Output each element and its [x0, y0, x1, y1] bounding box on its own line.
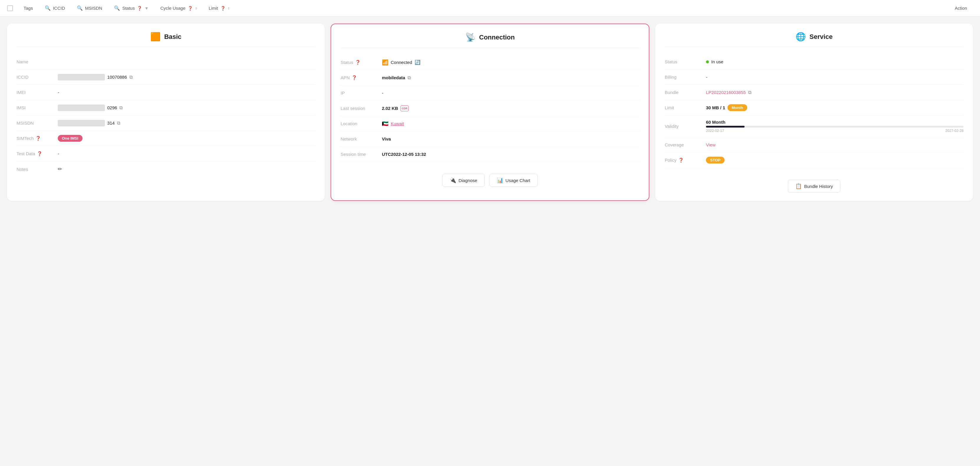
iccid-label: ICCID	[53, 6, 65, 11]
imei-label: IMEI	[16, 90, 58, 95]
iccid-value: 10070886 ⧉	[58, 74, 315, 80]
limit-sort-icon[interactable]: ↕	[228, 6, 229, 10]
validity-end-date: 2027-02-28	[945, 129, 964, 133]
msisdn-label: MSISDN	[85, 6, 102, 11]
session-time-value: UTC2022-12-05 13:32	[382, 152, 640, 157]
iccid-mask-bar	[58, 74, 105, 80]
iccid-search-icon[interactable]: 🔍	[45, 5, 51, 11]
last-session-label: Last session	[340, 106, 382, 111]
msisdn-search-icon[interactable]: 🔍	[77, 5, 83, 11]
svc-status-label: Status	[665, 59, 706, 64]
test-data-help-icon[interactable]: ❓	[37, 151, 43, 156]
header-iccid: 🔍 ICCID	[39, 5, 71, 11]
service-card-header: 🌐 Service	[665, 32, 964, 47]
limit-help-icon[interactable]: ❓	[220, 6, 225, 11]
kuwait-flag-icon: 🇰🇼	[382, 121, 388, 127]
bundle-field-row: Bundle LP20220216003855 ⧉	[665, 85, 964, 100]
bundle-history-label: Bundle History	[804, 184, 833, 189]
status-search-icon[interactable]: 🔍	[114, 5, 120, 11]
validity-start-date: 2022-02-17	[706, 129, 724, 133]
msisdn-suffix: 314	[107, 121, 115, 126]
name-field-row: Name	[16, 54, 315, 70]
last-session-field-row: Last session 2.02 KB CDR	[340, 101, 640, 116]
apn-text: mobiledata	[382, 75, 405, 80]
test-data-value: -	[58, 151, 315, 156]
connection-buttons: 🔌 Diagnose 📊 Usage Chart	[340, 169, 640, 187]
cycle-usage-help-icon[interactable]: ❓	[188, 6, 193, 11]
apn-help-icon[interactable]: ❓	[352, 75, 357, 80]
notes-label: Notes	[16, 167, 58, 172]
apn-copy-icon[interactable]: ⧉	[407, 75, 411, 80]
billing-value: -	[706, 75, 964, 80]
test-data-field-row: Test Data ❓ -	[16, 146, 315, 161]
simtech-field-row: SIMTech ❓ One IMSI	[16, 131, 315, 146]
header-bar: Tags 🔍 ICCID 🔍 MSISDN 🔍 Status ❓ ▼ Cycle…	[0, 0, 980, 16]
header-status: 🔍 Status ❓ ▼	[108, 5, 154, 11]
connection-icon: 📡	[465, 32, 476, 42]
billing-field-row: Billing -	[665, 70, 964, 85]
bundle-link[interactable]: LP20220216003855	[706, 90, 746, 95]
imsi-suffix: 0296	[107, 105, 117, 110]
location-field-row: Location 🇰🇼 Kuwait	[340, 116, 640, 131]
diagnose-button[interactable]: 🔌 Diagnose	[442, 174, 484, 187]
conn-status-label: Status ❓	[340, 60, 382, 65]
bundle-history-button[interactable]: 📋 Bundle History	[788, 180, 840, 192]
last-session-text: 2.02 KB	[382, 106, 398, 111]
imsi-label: IMSI	[16, 105, 58, 110]
conn-status-text: Connected	[391, 60, 412, 65]
coverage-value: View	[706, 142, 964, 147]
svc-status-text: In use	[711, 59, 723, 64]
validity-progress-fill	[706, 126, 745, 127]
status-filter-icon[interactable]: ▼	[145, 6, 148, 11]
main-content: 🟧 Basic Name ICCID 10070886 ⧉ IMEI -	[0, 16, 980, 208]
apn-field-row: APN ❓ mobiledata ⧉	[340, 70, 640, 86]
status-label: Status	[122, 6, 135, 11]
in-use-dot	[706, 60, 709, 63]
notes-edit-icon[interactable]: ✏	[58, 166, 62, 172]
select-all-checkbox[interactable]	[7, 5, 13, 11]
header-action: Action	[949, 6, 973, 11]
cycle-usage-sort-icon[interactable]: ↕	[195, 6, 197, 10]
session-time-label: Session time	[340, 152, 382, 157]
apn-value: mobiledata ⧉	[382, 75, 640, 80]
usage-chart-button[interactable]: 📊 Usage Chart	[489, 174, 538, 187]
basic-icon: 🟧	[150, 32, 161, 41]
ip-value: -	[382, 91, 640, 95]
policy-help-icon[interactable]: ❓	[678, 157, 684, 163]
status-help-icon[interactable]: ❓	[137, 6, 142, 11]
basic-title: Basic	[164, 33, 181, 41]
policy-value: STOP	[706, 157, 964, 164]
conn-status-field-row: Status ❓ 📶 Connected 🔄	[340, 55, 640, 70]
policy-field-row: Policy ❓ STOP	[665, 153, 964, 168]
simtech-value: One IMSI	[58, 135, 315, 142]
bundle-copy-icon[interactable]: ⧉	[748, 90, 751, 95]
service-card: 🌐 Service Status In use Billing - Bundle…	[655, 24, 973, 201]
policy-stop-badge: STOP	[706, 157, 725, 164]
simtech-help-icon[interactable]: ❓	[35, 136, 41, 141]
imei-field-row: IMEI -	[16, 85, 315, 100]
service-icon: 🌐	[795, 32, 806, 41]
coverage-label: Coverage	[665, 142, 706, 147]
imsi-field-row: IMSI 0296 ⧉	[16, 100, 315, 116]
location-link[interactable]: Kuwait	[391, 121, 404, 126]
action-label: Action	[955, 6, 967, 11]
limit-field-row: Limit 30 MB / 1 Month	[665, 100, 964, 116]
limit-label: Limit	[665, 105, 706, 110]
imsi-masked: 0296	[58, 105, 117, 111]
tags-label: Tags	[24, 6, 33, 11]
msisdn-value: 314 ⧉	[58, 120, 315, 126]
header-tags: Tags	[18, 6, 39, 11]
imsi-copy-icon[interactable]: ⧉	[119, 105, 123, 110]
conn-status-help-icon[interactable]: ❓	[355, 60, 361, 65]
validity-text: 60 Month	[706, 119, 964, 125]
diagnose-label: Diagnose	[458, 178, 477, 183]
msisdn-masked: 314	[58, 120, 115, 126]
basic-card: 🟧 Basic Name ICCID 10070886 ⧉ IMEI -	[7, 24, 325, 201]
coverage-view-link[interactable]: View	[706, 142, 715, 147]
iccid-copy-icon[interactable]: ⧉	[129, 75, 133, 80]
imei-value: -	[58, 90, 315, 95]
cdr-icon[interactable]: CDR	[401, 105, 409, 111]
msisdn-copy-icon[interactable]: ⧉	[117, 121, 120, 126]
imsi-mask-bar	[58, 105, 105, 111]
refresh-icon[interactable]: 🔄	[415, 59, 420, 65]
